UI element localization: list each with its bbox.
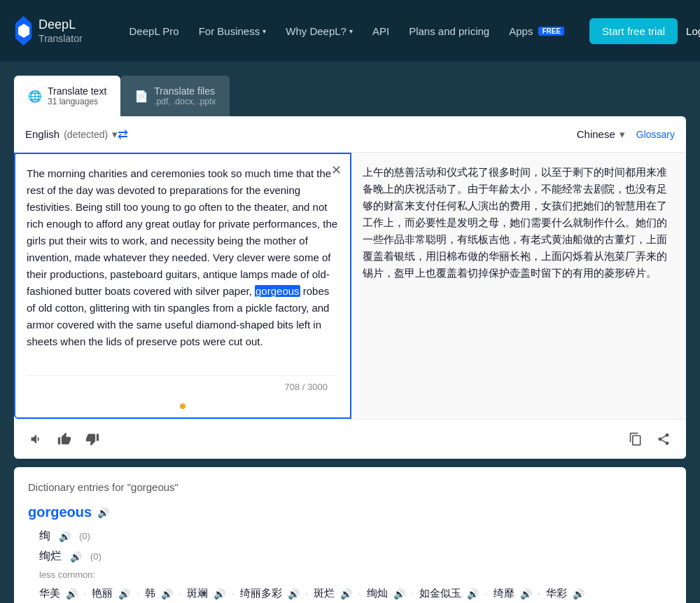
speak-alt-0-icon[interactable]: 🔊: [66, 588, 78, 599]
thumbs-up-button[interactable]: [53, 428, 76, 450]
tab-translate-text-label: Translate text: [48, 85, 106, 97]
alt-word-9: 华彩: [546, 587, 567, 600]
chevron-down-icon: ▾: [262, 27, 266, 35]
thumbs-down-button[interactable]: [81, 428, 104, 450]
chevron-down-icon: ▾: [349, 27, 353, 35]
chevron-down-icon: ▾: [112, 128, 118, 141]
highlighted-word: gorgeous: [255, 285, 300, 297]
speak-term-1-icon[interactable]: 🔊: [59, 531, 71, 542]
tab-translate-files-label: Translate files: [154, 85, 216, 97]
logo-icon: [14, 16, 33, 46]
dictionary-word: gorgeous 🔊: [28, 504, 672, 520]
nav-plans-pricing[interactable]: Plans and pricing: [400, 20, 498, 43]
logo-brand: DeepL: [38, 18, 76, 32]
nav-deepl-pro[interactable]: DeepL Pro: [121, 20, 188, 43]
globe-icon: 🌐: [28, 90, 42, 103]
dict-entry-2: 绚烂 🔊 (0): [28, 549, 672, 564]
speaker-icon: [29, 432, 43, 446]
speak-term-2-icon[interactable]: 🔊: [70, 551, 82, 562]
copy-button[interactable]: [624, 428, 647, 450]
logo[interactable]: DeepL Translator: [14, 16, 93, 46]
speak-alt-8-icon[interactable]: 🔊: [520, 588, 532, 599]
dict-count-1: (0): [79, 531, 90, 541]
file-icon: 📄: [134, 90, 148, 103]
speak-button[interactable]: [25, 428, 48, 450]
target-lang-label: Chinese: [577, 128, 615, 140]
speak-alt-2-icon[interactable]: 🔊: [161, 588, 173, 599]
alt-words: 华美 🔊 · 艳丽 🔊 · 韩 🔊 · 斑斓 🔊 · 绮丽多彩 🔊 · 斑烂 🔊…: [28, 587, 672, 600]
thumbs-up-icon: [57, 432, 71, 446]
tab-translate-files[interactable]: 📄 Translate files .pdf, .docx, .pptx: [120, 76, 230, 116]
speak-alt-6-icon[interactable]: 🔊: [393, 588, 405, 599]
dictionary-section: Dictionary entries for "gorgeous" gorgeo…: [14, 467, 686, 603]
speak-alt-7-icon[interactable]: 🔊: [467, 588, 479, 599]
translated-text: 上午的慈善活动和仪式花了很多时间，以至于剩下的时间都用来准备晚上的庆祝活动了。由…: [363, 164, 675, 282]
target-language-selector[interactable]: Chinese ▾: [577, 123, 625, 146]
dict-term-1: 绚: [39, 529, 50, 543]
tab-translate-files-sublabel: .pdf, .docx, .pptx: [154, 97, 216, 106]
source-panel: ✕ The morning charities and ceremonies t…: [14, 153, 351, 419]
tab-bar: 🌐 Translate text 31 languages 📄 Translat…: [14, 76, 686, 116]
speak-alt-1-icon[interactable]: 🔊: [118, 588, 130, 599]
dict-term-2: 绚烂: [39, 549, 62, 564]
alt-word-2: 韩: [145, 587, 155, 600]
main-content: 🌐 Translate text 31 languages 📄 Translat…: [0, 62, 700, 603]
dict-count-2: (0): [90, 551, 102, 562]
source-lang-detected: (detected): [64, 129, 108, 140]
alt-word-4: 绮丽多彩: [240, 587, 282, 600]
tab-translate-text[interactable]: 🌐 Translate text 31 languages: [14, 76, 120, 116]
target-panel: 上午的慈善活动和仪式花了很多时间，以至于剩下的时间都用来准备晚上的庆祝活动了。由…: [351, 153, 686, 419]
clear-text-button[interactable]: ✕: [331, 162, 342, 178]
char-count: 708 / 3000: [27, 375, 339, 398]
less-common-label: less common:: [28, 569, 672, 580]
translation-area: ✕ The morning charities and ceremonies t…: [14, 153, 686, 419]
alt-word-1: 艳丽: [92, 587, 113, 600]
alt-word-0: 华美: [39, 587, 60, 600]
alt-word-3: 斑斓: [187, 587, 208, 600]
source-text[interactable]: The morning charities and ceremonies too…: [27, 165, 339, 375]
logo-text-area: DeepL Translator: [38, 18, 92, 45]
alt-word-8: 绮靡: [493, 587, 514, 600]
main-nav: DeepL Pro For Business ▾ Why DeepL? ▾ AP…: [121, 20, 573, 43]
alt-word-6: 绚灿: [367, 587, 388, 600]
translator-panel: English (detected) ▾ ⇄ Chinese ▾ Glossar…: [14, 116, 686, 459]
start-trial-button[interactable]: Start free trial: [589, 18, 678, 44]
speak-alt-5-icon[interactable]: 🔊: [340, 588, 352, 599]
swap-languages-button[interactable]: ⇄: [118, 127, 128, 142]
dictionary-header: Dictionary entries for "gorgeous": [28, 481, 672, 493]
share-button[interactable]: [652, 428, 675, 450]
alt-word-7: 如金似玉: [419, 587, 461, 600]
speak-alt-4-icon[interactable]: 🔊: [288, 588, 300, 599]
apps-free-badge: FREE: [538, 27, 564, 36]
source-lang-label: English: [25, 128, 59, 140]
progress-indicator: [180, 403, 186, 409]
login-button[interactable]: Login: [686, 25, 700, 37]
alt-word-5: 斑烂: [314, 587, 335, 600]
nav-api[interactable]: API: [364, 20, 398, 43]
glossary-button[interactable]: Glossary: [636, 129, 675, 140]
speak-alt-9-icon[interactable]: 🔊: [573, 588, 584, 599]
tab-translate-text-sublabel: 31 languages: [48, 97, 106, 106]
nav-why-deepl[interactable]: Why DeepL? ▾: [277, 20, 361, 43]
source-language-selector[interactable]: English (detected) ▾: [25, 123, 118, 146]
nav-for-business[interactable]: For Business ▾: [190, 20, 275, 43]
target-lang-area: Chinese ▾ Glossary: [128, 123, 675, 146]
header-actions: Start free trial Login ☰: [589, 18, 700, 44]
logo-product: Translator: [38, 33, 83, 44]
target-actions: [14, 419, 686, 459]
speak-word-icon[interactable]: 🔊: [97, 507, 109, 518]
share-icon: [657, 432, 671, 446]
speak-alt-3-icon[interactable]: 🔊: [214, 588, 225, 599]
dict-entry-1: 绚 🔊 (0): [28, 529, 672, 543]
copy-icon: [629, 432, 643, 446]
source-text-before: The morning charities and ceremonies too…: [27, 167, 337, 297]
chevron-down-icon: ▾: [620, 128, 625, 141]
language-bar: English (detected) ▾ ⇄ Chinese ▾ Glossar…: [14, 116, 686, 153]
thumbs-down-icon: [85, 432, 99, 446]
nav-apps[interactable]: Apps FREE: [500, 20, 573, 43]
header: DeepL Translator DeepL Pro For Business …: [0, 0, 700, 62]
